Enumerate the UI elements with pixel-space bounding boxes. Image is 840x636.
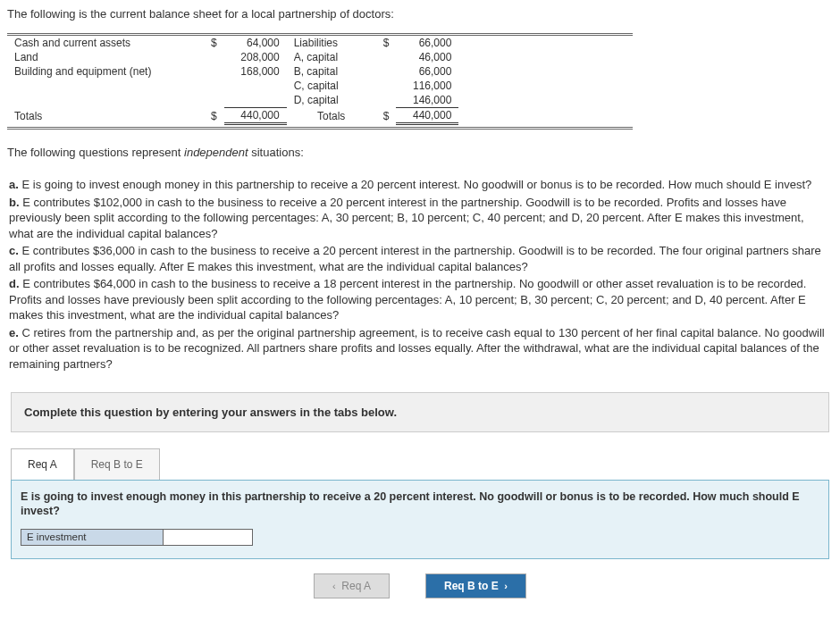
section-text: The following questions represent indepe… — [7, 146, 833, 159]
amount: 116,000 — [396, 79, 458, 93]
currency — [204, 50, 224, 64]
currency: $ — [204, 108, 224, 124]
e-investment-input[interactable] — [164, 529, 253, 546]
question-text: E contributes $64,000 in cash to the bus… — [9, 277, 806, 322]
question-a: a. E is going to invest enough money in … — [9, 177, 827, 193]
tab-row: Req A Req B to E — [11, 448, 829, 480]
tab-panel-req-a: E is going to invest enough money in thi… — [11, 480, 829, 560]
currency: $ — [376, 108, 397, 124]
tab-req-a[interactable]: Req A — [11, 448, 74, 480]
totals-row: Totals $ 440,000 Totals $ 440,000 — [7, 108, 633, 124]
input-label-e-investment: E investment — [21, 529, 164, 546]
prev-label: Req A — [341, 580, 371, 592]
panel-question-text: E is going to invest enough money in thi… — [21, 490, 819, 519]
currency: $ — [376, 36, 397, 51]
next-button[interactable]: Req B to E › — [425, 573, 526, 598]
capital-label: C, capital — [287, 79, 376, 93]
next-label: Req B to E — [444, 580, 499, 592]
table-row: Land 208,000 A, capital 46,000 — [7, 50, 633, 64]
capital-label: B, capital — [287, 64, 376, 79]
questions-list: a. E is going to invest enough money in … — [9, 177, 827, 372]
chevron-right-icon: › — [504, 581, 508, 591]
question-text: E contributes $36,000 in cash to the bus… — [9, 244, 821, 273]
total-amount: 440,000 — [224, 108, 287, 124]
currency — [204, 64, 224, 79]
section-italic: independent — [184, 146, 248, 159]
question-c: c. E contributes $36,000 in cash to the … — [9, 243, 827, 274]
section-pre: The following questions represent — [7, 146, 184, 159]
liability-label: Liabilities — [287, 36, 376, 51]
question-text: E contributes $102,000 in cash to the bu… — [9, 196, 804, 240]
asset-label: Cash and current assets — [7, 36, 204, 51]
amount: 146,000 — [396, 93, 458, 108]
input-row: E investment — [21, 529, 819, 546]
answer-instruction-text: Complete this question by entering your … — [24, 406, 816, 419]
table-row: Building and equipment (net) 168,000 B, … — [7, 64, 633, 79]
nav-buttons: ‹ Req A Req B to E › — [7, 570, 833, 606]
question-text: C retires from the partnership and, as p… — [9, 326, 825, 371]
amount: 66,000 — [396, 64, 458, 79]
capital-label: A, capital — [287, 50, 376, 64]
question-e: e. C retires from the partnership and, a… — [9, 325, 827, 372]
amount: 46,000 — [396, 50, 458, 64]
totals-label: Totals — [287, 108, 376, 124]
balance-sheet-table: Cash and current assets $ 64,000 Liabili… — [7, 33, 633, 130]
amount: 168,000 — [224, 64, 287, 79]
section-post: situations: — [248, 146, 304, 159]
amount: 66,000 — [396, 36, 458, 51]
prev-button[interactable]: ‹ Req A — [314, 573, 390, 598]
amount: 208,000 — [224, 50, 287, 64]
total-amount: 440,000 — [396, 108, 458, 124]
question-b: b. E contributes $102,000 in cash to the… — [9, 195, 827, 242]
table-row: Cash and current assets $ 64,000 Liabili… — [7, 36, 633, 51]
currency: $ — [204, 36, 224, 51]
answer-instruction-box: Complete this question by entering your … — [11, 392, 829, 432]
table-row: D, capital 146,000 — [7, 93, 633, 108]
amount: 64,000 — [224, 36, 287, 51]
asset-label: Land — [7, 50, 204, 64]
intro-text: The following is the current balance she… — [7, 7, 833, 21]
capital-label: D, capital — [287, 93, 376, 108]
question-text: E is going to invest enough money in thi… — [21, 178, 811, 191]
table-row: C, capital 116,000 — [7, 79, 633, 93]
totals-label: Totals — [7, 108, 204, 124]
chevron-left-icon: ‹ — [332, 581, 336, 591]
asset-label: Building and equipment (net) — [7, 64, 204, 79]
tab-req-b-to-e[interactable]: Req B to E — [74, 448, 160, 480]
question-d: d. E contributes $64,000 in cash to the … — [9, 276, 827, 323]
